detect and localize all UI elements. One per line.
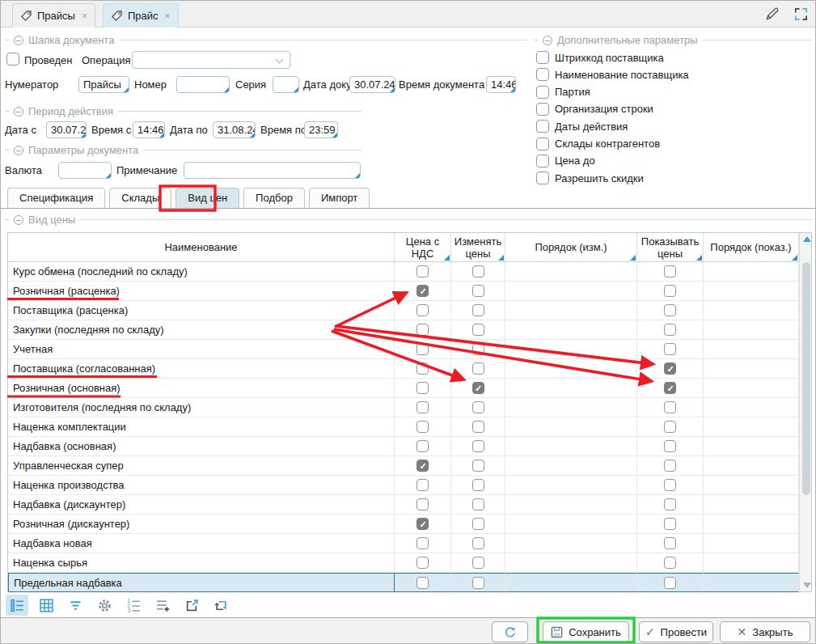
- vertical-scrollbar[interactable]: [799, 233, 811, 591]
- open-external-button[interactable]: [180, 595, 203, 616]
- table-row[interactable]: Наценка сырья: [8, 553, 799, 573]
- checkbox[interactable]: [472, 343, 484, 355]
- column-header[interactable]: Показывать цены: [637, 233, 704, 261]
- table-row[interactable]: Курс обмена (последний по складу): [8, 262, 799, 282]
- table-row[interactable]: Предельная надбавка: [8, 573, 799, 592]
- doc-tab-inactive[interactable]: Склады: [109, 188, 171, 209]
- table-row[interactable]: Розничная (расценка): [8, 282, 799, 301]
- doc-tab-inactive[interactable]: Спецификация: [7, 188, 105, 209]
- table-row[interactable]: Розничная (дискаунтер): [8, 515, 799, 534]
- table-row[interactable]: Наценка комплектации: [8, 417, 799, 437]
- table-row[interactable]: Поставщика (расценка): [8, 301, 799, 320]
- close-button[interactable]: ✕ Закрыть: [720, 621, 810, 642]
- edit-pencil-icon[interactable]: [762, 4, 781, 23]
- checkbox[interactable]: [664, 362, 676, 375]
- column-header[interactable]: Изменять цены: [451, 233, 505, 261]
- posted-checkbox[interactable]: [6, 53, 19, 66]
- add-row-button[interactable]: [151, 595, 174, 616]
- checkbox[interactable]: [664, 537, 676, 549]
- window-tab-price[interactable]: Прайс ×: [103, 3, 179, 28]
- checkbox[interactable]: [472, 382, 484, 394]
- checkbox[interactable]: [416, 265, 429, 278]
- date-to-field[interactable]: 31.08.24: [213, 121, 256, 138]
- checkbox[interactable]: [472, 518, 484, 530]
- column-header[interactable]: Порядок (показ.): [704, 233, 799, 261]
- checkbox[interactable]: [536, 138, 549, 150]
- checkbox[interactable]: [664, 460, 676, 472]
- checkbox[interactable]: [472, 577, 484, 589]
- checkbox[interactable]: [664, 577, 676, 589]
- number-field[interactable]: [176, 76, 230, 93]
- checkbox[interactable]: [416, 401, 429, 413]
- grid-view-button[interactable]: [35, 595, 57, 616]
- table-row[interactable]: Закупки (последняя по складу): [8, 320, 799, 340]
- checkbox[interactable]: [472, 362, 484, 375]
- collapse-icon[interactable]: [14, 107, 23, 117]
- checkbox[interactable]: [536, 172, 549, 184]
- checkbox[interactable]: [416, 304, 429, 316]
- checkbox[interactable]: [416, 343, 429, 355]
- refresh-button[interactable]: [492, 621, 528, 642]
- column-header[interactable]: Цена с НДС: [395, 233, 451, 261]
- scrollbar-thumb[interactable]: [802, 262, 810, 495]
- checkbox[interactable]: [416, 557, 429, 569]
- time-to-field[interactable]: 23:59: [304, 121, 338, 138]
- column-header[interactable]: Наименование: [8, 233, 395, 261]
- checkbox[interactable]: [536, 155, 549, 167]
- filter-button[interactable]: [64, 595, 87, 616]
- checkbox[interactable]: [664, 479, 676, 491]
- checkbox[interactable]: [664, 382, 676, 394]
- checkbox[interactable]: [536, 51, 549, 64]
- checkbox[interactable]: [664, 401, 676, 413]
- checkbox[interactable]: [472, 265, 484, 278]
- table-row[interactable]: Учетная: [8, 340, 799, 359]
- numerator-field[interactable]: Прайсы: [78, 76, 129, 93]
- checkbox[interactable]: [416, 382, 429, 394]
- collapse-icon[interactable]: [14, 215, 23, 225]
- checkbox[interactable]: [472, 440, 484, 452]
- checkbox[interactable]: [664, 343, 676, 355]
- checkbox[interactable]: [664, 285, 676, 297]
- post-button[interactable]: ✓ Провести: [639, 621, 713, 642]
- doc-tab-active[interactable]: Вид цен: [175, 188, 239, 209]
- list-view-button[interactable]: [6, 595, 28, 616]
- currency-field[interactable]: [58, 162, 112, 179]
- table-row[interactable]: Изготовителя (последняя по складу): [8, 398, 799, 417]
- scroll-up-icon[interactable]: [803, 236, 811, 242]
- doc-date-field[interactable]: 30.07.24: [349, 76, 395, 93]
- checkbox[interactable]: [472, 285, 484, 297]
- window-tab-pricelists[interactable]: Прайсы ×: [12, 3, 95, 28]
- checkbox[interactable]: [664, 498, 676, 511]
- checkbox[interactable]: [472, 479, 484, 491]
- checkbox[interactable]: [416, 460, 429, 472]
- column-header[interactable]: Порядок (изм.): [505, 233, 637, 261]
- scroll-down-icon[interactable]: [803, 583, 811, 588]
- date-from-field[interactable]: 30.07.24: [46, 121, 87, 138]
- checkbox[interactable]: [664, 265, 676, 278]
- collapse-icon[interactable]: [14, 36, 23, 45]
- checkbox[interactable]: [416, 421, 429, 433]
- note-field[interactable]: [184, 162, 361, 179]
- checkbox[interactable]: [416, 498, 429, 511]
- checkbox[interactable]: [472, 537, 484, 549]
- checkbox[interactable]: [664, 557, 676, 569]
- table-row[interactable]: Поставщика (согласованная): [8, 359, 799, 379]
- table-row[interactable]: Надбавка (основная): [8, 437, 799, 456]
- maximize-icon[interactable]: [791, 4, 810, 23]
- close-tab-icon[interactable]: ×: [82, 11, 87, 22]
- table-row[interactable]: Управленческая супер: [8, 456, 799, 476]
- collapse-icon[interactable]: [14, 146, 23, 155]
- checkbox[interactable]: [472, 460, 484, 472]
- checkbox[interactable]: [416, 362, 429, 375]
- checkbox[interactable]: [664, 324, 676, 336]
- numbered-list-button[interactable]: 123: [122, 595, 145, 616]
- checkbox[interactable]: [416, 440, 429, 452]
- checkbox[interactable]: [472, 401, 484, 413]
- table-row[interactable]: Наценка производства: [8, 476, 799, 495]
- collapse-icon[interactable]: [543, 36, 552, 45]
- checkbox[interactable]: [664, 518, 676, 530]
- reload-loop-button[interactable]: [209, 595, 232, 616]
- checkbox[interactable]: [664, 304, 676, 316]
- series-field[interactable]: [273, 76, 299, 93]
- table-row[interactable]: Розничная (основная): [8, 379, 799, 398]
